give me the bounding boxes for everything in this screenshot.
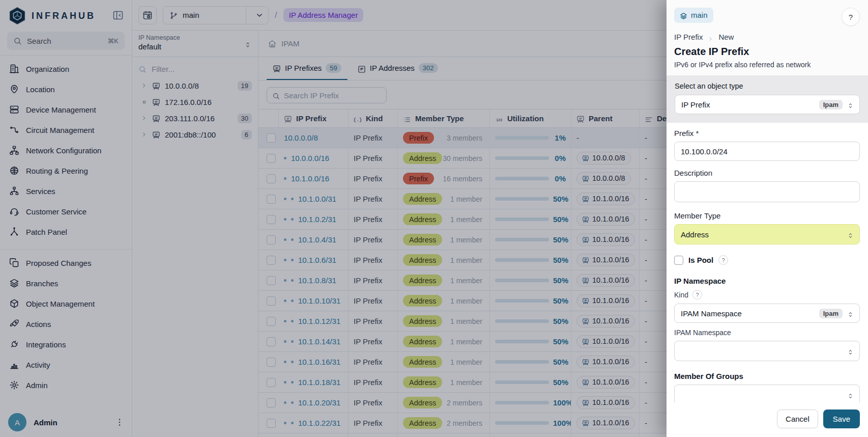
breadcrumb-item-new[interactable]: New [718,33,734,41]
save-button[interactable]: Save [823,409,860,428]
help-button[interactable]: ? [842,8,860,26]
member-of-groups-label: Member Of Groups [674,372,860,380]
updown-chevron-icon [847,231,854,238]
ipam-chip: Ipam [819,100,843,110]
drawer-breadcrumb: IP PrefixNew [674,33,860,41]
object-type-section: Select an object type IP Prefix Ipam [667,75,868,123]
kind-select[interactable]: IPAM Namespace Ipam [674,304,860,323]
is-pool-label: Is Pool [688,256,713,264]
is-pool-help-icon[interactable]: ? [718,255,728,265]
updown-chevron-icon [847,391,854,399]
object-type-value: IP Prefix [681,100,815,109]
drawer-subtitle: IPv6 or IPv4 prefix also referred as net… [674,61,860,69]
updown-chevron-icon [847,310,854,317]
description-field-label: Description [674,169,860,177]
member-type-value: Address [681,230,843,239]
is-pool-checkbox[interactable] [674,256,683,265]
chevron-right-icon [707,34,714,40]
updown-chevron-icon [847,347,854,355]
drawer-title: Create IP Prefix [674,46,860,58]
member-of-groups-select[interactable] [674,385,860,402]
drawer-header: main ? IP PrefixNew Create IP Prefix IPv… [667,0,868,75]
member-type-select[interactable]: Address [674,224,860,244]
kind-value: IPAM Namespace [681,309,815,318]
description-input[interactable] [674,181,860,202]
drawer-footer: Cancel Save [667,402,868,437]
ipam-namespace-field-label: IPAM Namespace [674,329,860,337]
kind-label: Kind [674,291,688,299]
prefix-field-label: Prefix * [674,129,860,138]
breadcrumb-item-ip-prefix[interactable]: IP Prefix [674,33,703,41]
ipam-namespace-select[interactable] [674,341,860,361]
ip-namespace-section-heading: IP Namespace [674,277,860,285]
modal-overlay[interactable] [0,0,667,437]
create-ip-prefix-drawer: main ? IP PrefixNew Create IP Prefix IPv… [667,0,868,437]
branch-badge-label: main [691,11,708,19]
ipam-chip: Ipam [819,309,843,318]
object-type-label: Select an object type [675,82,860,90]
cancel-button[interactable]: Cancel [777,409,818,428]
branch-badge[interactable]: main [674,8,713,23]
prefix-input[interactable] [674,142,860,161]
member-type-field-label: Member Type [674,211,860,220]
drawer-form: Prefix * Description Member Type Address… [667,123,868,402]
object-type-select[interactable]: IP Prefix Ipam [675,95,860,114]
kind-help-icon[interactable]: ? [692,290,702,299]
layers-icon [680,11,687,20]
infrahub-app: INFRAHUB Search ⌘K OrganizationLocationD… [0,0,868,437]
is-pool-field: Is Pool ? [674,255,860,265]
updown-chevron-icon [847,101,854,108]
